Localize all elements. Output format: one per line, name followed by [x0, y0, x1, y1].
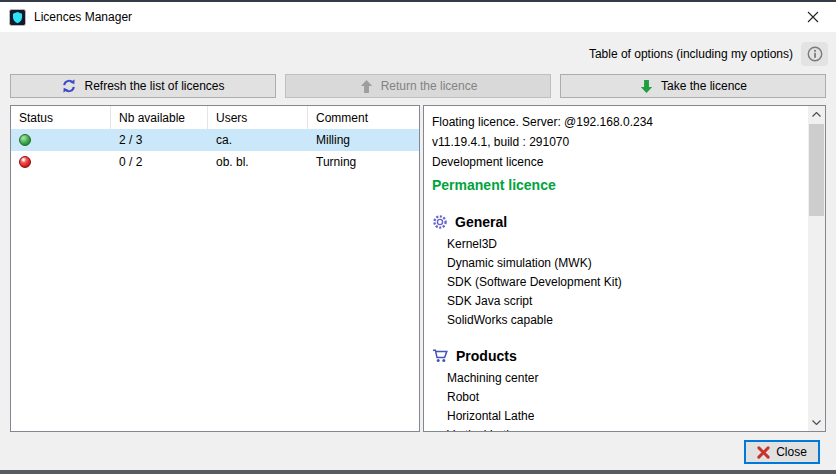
detail-type-line: Development licence: [432, 152, 804, 172]
list-item: Horizontal Lathe: [447, 407, 804, 426]
return-button-label: Return the licence: [381, 79, 478, 93]
info-icon: [807, 46, 823, 62]
cell-nb-available: 2 / 3: [111, 129, 208, 151]
details-scrollbar[interactable]: [808, 106, 825, 431]
app-shield-icon: [9, 9, 26, 26]
list-item: Kernel3D: [447, 235, 804, 254]
table-row[interactable]: 2 / 3 ca. Milling: [11, 129, 419, 151]
column-header-nb-available[interactable]: Nb available: [111, 106, 208, 129]
main-area: Status Nb available Users Comment 2 / 3 …: [10, 105, 826, 432]
gear-icon: [432, 214, 448, 230]
list-item: Robot: [447, 388, 804, 407]
licence-details-panel: Floating licence. Server: @192.168.0.234…: [423, 105, 826, 432]
scrollbar-thumb[interactable]: [809, 124, 824, 216]
list-item: SDK (Software Development Kit): [447, 273, 804, 292]
toolbar: Refresh the list of licences Return the …: [10, 74, 826, 98]
refresh-licences-button[interactable]: Refresh the list of licences: [10, 74, 276, 98]
cell-comment: Turning: [308, 151, 419, 173]
scrollbar-down-icon[interactable]: [808, 414, 825, 431]
column-header-users[interactable]: Users: [208, 106, 308, 129]
detail-server-line: Floating licence. Server: @192.168.0.234: [432, 112, 804, 132]
cell-nb-available: 0 / 2: [111, 151, 208, 173]
refresh-icon: [61, 78, 77, 94]
status-red-icon: [19, 156, 31, 168]
window-close-icon[interactable]: [790, 2, 836, 32]
list-item: Dynamic simulation (MWK): [447, 254, 804, 273]
info-button[interactable]: [801, 42, 828, 66]
down-arrow-icon: [639, 79, 654, 94]
licences-table: Status Nb available Users Comment 2 / 3 …: [10, 105, 420, 432]
return-licence-button[interactable]: Return the licence: [285, 74, 551, 98]
section-title: General: [455, 212, 507, 232]
options-row: Table of options (including my options): [589, 42, 828, 66]
close-button[interactable]: Close: [744, 440, 820, 464]
cell-users: ca.: [208, 129, 308, 151]
cell-users: ob. bl.: [208, 151, 308, 173]
detail-version-line: v11.19.4.1, build : 291070: [432, 132, 804, 152]
general-items: Kernel3D Dynamic simulation (MWK) SDK (S…: [432, 235, 804, 330]
cart-icon: [432, 348, 449, 364]
section-heading-products: Products: [432, 346, 804, 366]
section-heading-general: General: [432, 212, 804, 232]
options-label: Table of options (including my options): [589, 47, 793, 61]
table-row[interactable]: 0 / 2 ob. bl. Turning: [11, 151, 419, 173]
licence-details-text: Floating licence. Server: @192.168.0.234…: [424, 106, 808, 431]
cell-comment: Milling: [308, 129, 419, 151]
licences-manager-window: Licences Manager Table of options (inclu…: [0, 0, 836, 474]
close-button-label: Close: [776, 445, 807, 459]
window-title: Licences Manager: [34, 10, 132, 24]
section-title: Products: [456, 346, 517, 366]
background-window-edge-bottom: [0, 470, 836, 474]
status-green-icon: [19, 134, 31, 146]
permanent-licence-label: Permanent licence: [432, 174, 804, 196]
take-licence-button[interactable]: Take the licence: [560, 74, 826, 98]
list-item: Vertical Lathe: [447, 426, 804, 431]
titlebar: Licences Manager: [0, 2, 836, 32]
take-button-label: Take the licence: [661, 79, 747, 93]
up-arrow-icon: [359, 79, 374, 94]
refresh-button-label: Refresh the list of licences: [84, 79, 224, 93]
column-header-comment[interactable]: Comment: [308, 106, 419, 129]
products-items: Machining center Robot Horizontal Lathe …: [432, 369, 804, 431]
list-item: Machining center: [447, 369, 804, 388]
column-header-status[interactable]: Status: [11, 106, 111, 129]
list-item: SolidWorks capable: [447, 311, 804, 330]
table-header-row: Status Nb available Users Comment: [11, 106, 419, 129]
scrollbar-up-icon[interactable]: [808, 106, 825, 123]
list-item: SDK Java script: [447, 292, 804, 311]
red-x-icon: [757, 446, 770, 459]
